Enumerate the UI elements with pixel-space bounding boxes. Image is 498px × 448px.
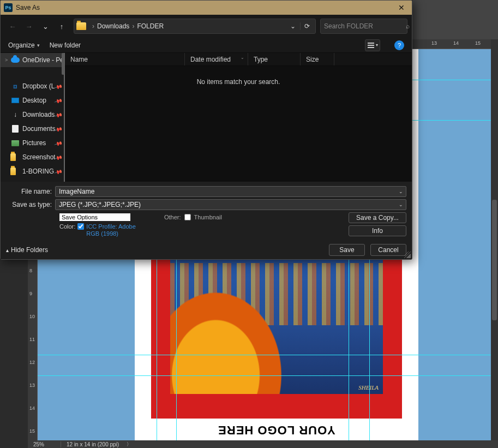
- pin-icon: 📌: [54, 153, 63, 162]
- toolbar-strip-remnant: [412, 0, 498, 39]
- breadcrumb-downloads[interactable]: Downloads: [96, 22, 130, 30]
- guide-line[interactable]: [38, 375, 491, 376]
- chevron-down-icon: ▾: [376, 43, 378, 47]
- chevron-down-icon[interactable]: ⌄: [397, 201, 405, 208]
- ruler-tick: 10: [29, 314, 36, 319]
- tree-item-label: Pictures: [22, 139, 55, 147]
- sort-indicator-icon: ⌄: [241, 55, 244, 60]
- tree-item[interactable]: Downloads📌: [1, 107, 64, 122]
- save-button[interactable]: Save: [329, 244, 365, 256]
- icc-profile-checkbox[interactable]: [77, 223, 84, 230]
- tree-item-label: Downloads: [22, 111, 55, 118]
- cloud-icon: [10, 56, 20, 64]
- desk-icon: [10, 97, 20, 104]
- ruler-tick: 13: [29, 383, 36, 388]
- dialog-bottom-panel: File name: ImageName ⌄ Save as type: JPE…: [1, 182, 412, 259]
- photoshop-icon: Ps: [4, 3, 13, 12]
- col-name[interactable]: Name: [65, 53, 185, 65]
- address-bar[interactable]: › Downloads › FOLDER ⌄ ⟳: [74, 19, 316, 34]
- tree-item[interactable]: Dropbox (Lun📌: [1, 79, 64, 93]
- search-input[interactable]: [324, 22, 406, 30]
- tree-item[interactable]: Desktop📌: [1, 93, 64, 107]
- help-button[interactable]: ?: [394, 40, 404, 50]
- col-size[interactable]: Size: [301, 53, 334, 65]
- ruler-tick: 15: [475, 40, 481, 46]
- thumbnail-checkbox[interactable]: [184, 214, 191, 220]
- ruler-tick: 15: [29, 429, 36, 434]
- nav-up-button[interactable]: ↑: [54, 19, 69, 34]
- expand-icon[interactable]: >: [5, 57, 10, 63]
- pin-icon: 📌: [54, 96, 63, 105]
- nav-back-button[interactable]: ←: [5, 19, 20, 34]
- dialog-titlebar[interactable]: Ps Save As ✕: [1, 1, 412, 15]
- tree-item-label: Desktop: [22, 97, 55, 104]
- nav-tree[interactable]: >OneDrive - PersoDropbox (Lun📌Desktop📌Do…: [1, 53, 65, 182]
- doc-icon: [10, 125, 20, 133]
- icc-profile-text: ICC Profile: AdobeRGB (1998): [86, 223, 136, 237]
- file-list[interactable]: Name Date modified⌄ Type Size No items m…: [65, 53, 412, 182]
- logo-placeholder-text: YOUR LOGO HERE: [135, 423, 418, 437]
- nav-recent-dropdown[interactable]: ⌄: [38, 19, 53, 34]
- column-headers: Name Date modified⌄ Type Size: [65, 53, 412, 66]
- save-options-header: Save Options: [59, 213, 130, 221]
- pin-icon: 📌: [54, 139, 63, 147]
- color-label: Color:: [59, 223, 75, 230]
- tree-item[interactable]: Pictures📌: [1, 136, 64, 150]
- pic-icon: [10, 139, 20, 147]
- savetype-dropdown[interactable]: JPEG (*.JPG;*.JPEG;*.JPE) ⌄: [55, 199, 406, 210]
- breadcrumb-folder[interactable]: FOLDER: [136, 22, 165, 30]
- tree-item[interactable]: >OneDrive - Perso: [1, 53, 64, 67]
- chevron-down-icon[interactable]: ⌄: [397, 188, 405, 195]
- ruler-tick: 13: [431, 40, 437, 46]
- pin-icon: 📌: [54, 167, 63, 176]
- info-button[interactable]: Info: [349, 225, 406, 236]
- ruler-tick: 12: [29, 360, 36, 365]
- breadcrumb-sep[interactable]: ›: [91, 22, 96, 30]
- tree-item[interactable]: Documents📌: [1, 122, 64, 136]
- cancel-button[interactable]: Cancel: [370, 244, 406, 256]
- col-type[interactable]: Type: [248, 53, 301, 65]
- col-date[interactable]: Date modified⌄: [185, 53, 248, 65]
- tree-item[interactable]: 1-BORING W📌: [1, 164, 64, 178]
- filename-field[interactable]: ImageName ⌄: [55, 186, 406, 197]
- guide-line[interactable]: [38, 355, 491, 355]
- empty-state: No items match your search.: [65, 66, 412, 182]
- dl-icon: [10, 111, 20, 118]
- pin-icon: 📌: [54, 82, 63, 91]
- tree-item-label: Dropbox (Lun: [22, 82, 55, 90]
- ruler-tick: 14: [29, 406, 36, 411]
- breadcrumb-sep[interactable]: ›: [130, 22, 136, 30]
- document-dimensions[interactable]: 12 in x 14 in (200 ppi): [61, 441, 124, 447]
- status-more-icon[interactable]: 〉: [127, 441, 131, 448]
- save-as-dialog: Ps Save As ✕ ← → ⌄ ↑ › Downloads › FOLDE…: [0, 0, 412, 260]
- ruler-tick: 11: [29, 337, 36, 342]
- resize-grip-icon[interactable]: [404, 252, 411, 258]
- organize-menu[interactable]: Organize: [8, 41, 40, 49]
- scrollbar-thumb[interactable]: [492, 200, 497, 320]
- other-label: Other:: [164, 214, 181, 220]
- ruler-tick: 8: [29, 268, 36, 273]
- search-box[interactable]: ⌕: [320, 19, 407, 34]
- new-folder-button[interactable]: New folder: [50, 41, 81, 49]
- close-button[interactable]: ✕: [394, 3, 409, 12]
- vertical-scrollbar[interactable]: [491, 39, 498, 440]
- hide-folders-toggle[interactable]: Hide Folders: [6, 246, 48, 254]
- zoom-level[interactable]: 25%: [28, 441, 61, 447]
- dialog-title: Save As: [16, 4, 40, 11]
- tree-item-label: Documents: [22, 125, 55, 133]
- folder-icon: [10, 153, 20, 161]
- db-icon: [10, 82, 20, 90]
- refresh-button[interactable]: ⟳: [300, 22, 313, 30]
- address-dropdown-icon[interactable]: ⌄: [288, 22, 298, 30]
- nav-forward-button[interactable]: →: [21, 19, 37, 34]
- save-a-copy-button[interactable]: Save a Copy...: [349, 212, 406, 223]
- list-icon: [368, 43, 374, 48]
- filename-label: File name:: [6, 188, 55, 195]
- view-mode-button[interactable]: ▾: [365, 39, 380, 51]
- tree-scrollbar-thumb[interactable]: [62, 53, 64, 75]
- tree-item[interactable]: Screenshots📌: [1, 150, 64, 164]
- ruler-tick: 14: [453, 40, 459, 46]
- search-icon[interactable]: ⌕: [406, 22, 410, 30]
- pin-icon: 📌: [54, 110, 63, 119]
- nav-bar: ← → ⌄ ↑ › Downloads › FOLDER ⌄ ⟳ ⌕: [1, 15, 412, 38]
